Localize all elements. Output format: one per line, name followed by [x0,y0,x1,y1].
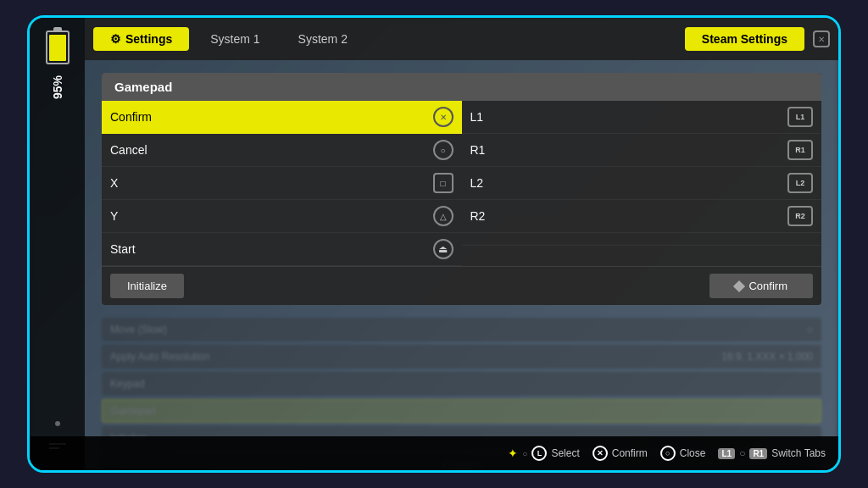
bottom-bar: ✦ ○ L Select ✕ Confirm ○ Close L1 ○ R1 S… [30,436,838,470]
binding-confirm-name: Confirm [110,110,426,124]
tab-steam-settings[interactable]: Steam Settings [685,27,804,51]
switch-tabs-label: Switch Tabs [771,447,826,459]
binding-r2-name: R2 [470,209,782,223]
confirm-status-label: Confirm [612,447,648,459]
circle-button: ○ [660,446,676,461]
y-icon: △ [433,206,453,226]
settings-tab-label: Settings [125,32,172,46]
binding-x-name: X [110,176,426,190]
binding-start-name: Start [110,242,426,256]
binding-start[interactable]: Start ⏏ [102,233,462,266]
confirm-button[interactable]: Confirm [709,274,813,298]
gear-icon: ⚙ [110,32,121,46]
binding-r1[interactable]: R1 R1 [462,134,822,167]
cross-button: ✕ [593,446,608,461]
l-button: L [531,446,547,461]
battery-icon [46,30,70,64]
steam-settings-label: Steam Settings [702,32,787,46]
dpad-select-item: ✦ ○ L Select [508,446,579,461]
confirm-icon: ✕ [433,107,453,127]
dpad-icon: ✦ [508,446,518,460]
signal-dot [55,421,60,426]
left-sidebar: 95% [30,18,85,470]
circle-indicator: ○ [522,449,527,458]
binding-l2-name: L2 [470,176,782,190]
screen: 95% ⚙ Settings System 1 [30,18,838,470]
blurred-label-3: Keypad [110,378,145,390]
select-label: Select [551,447,579,459]
panel-title: Gamepad [114,80,172,94]
blurred-row-3: Keypad [102,372,821,396]
switch-tabs-item: L1 ○ R1 Switch Tabs [718,447,826,459]
cancel-icon: ○ [433,140,453,160]
close-label: Close [680,447,706,459]
r1-bumper: R1 [749,448,767,459]
binding-empty [462,233,822,246]
blurred-label-gamepad: Gamepad [111,405,156,417]
blurred-value-2: 16:9, 1.XXX × 1.000 [721,351,813,363]
l1-icon: L1 [787,107,813,127]
tab-system1[interactable]: System 1 [193,27,276,51]
binding-l1[interactable]: L1 L1 [462,101,822,134]
system2-label: System 2 [298,32,348,46]
gamepad-panel: Gamepad Confirm ✕ Cancel ○ [102,73,821,305]
initialize-button[interactable]: Initialize [110,274,184,298]
blurred-row-2: Apply Auto Resolution 16:9, 1.XXX × 1.00… [102,345,821,369]
binding-cancel-name: Cancel [110,143,426,157]
close-item: ○ Close [660,446,706,461]
panel-body: Confirm ✕ Cancel ○ X □ Y [102,101,821,266]
r2-icon: R2 [787,206,813,226]
battery-fill [49,35,66,61]
bindings-right: L1 L1 R1 R1 L2 L2 R2 R2 [462,101,822,266]
binding-r2[interactable]: R2 R2 [462,200,822,233]
tab-system2[interactable]: System 2 [281,27,364,51]
binding-y-name: Y [110,209,426,223]
start-icon: ⏏ [433,239,453,259]
panel-header: Gamepad [102,73,821,101]
r1-icon: R1 [787,140,813,160]
close-icon[interactable]: ✕ [813,30,830,47]
binding-l2[interactable]: L2 L2 [462,167,822,200]
bumper-separator: ○ [739,447,745,459]
diamond-icon [733,280,745,291]
binding-cancel[interactable]: Cancel ○ [102,134,462,167]
device-frame: 95% ⚙ Settings System 1 [27,15,841,473]
x-icon: □ [433,173,453,193]
main-content: ⚙ Settings System 1 System 2 Steam Setti… [85,18,838,436]
system1-label: System 1 [210,32,259,46]
blurred-value-1: ○ [807,324,813,336]
battery-percent: 95% [51,75,64,99]
binding-y[interactable]: Y △ [102,200,462,233]
blurred-row-gamepad: Gamepad [102,399,821,423]
l1-bumper: L1 [718,448,735,459]
blurred-row-1: Move (Slow) ○ [102,318,821,341]
confirm-item: ✕ Confirm [593,446,648,461]
binding-l1-name: L1 [470,110,782,124]
signal-indicator [55,421,60,426]
top-nav: ⚙ Settings System 1 System 2 Steam Setti… [85,18,838,60]
l2-icon: L2 [787,173,813,193]
confirm-btn-label: Confirm [748,280,787,292]
blurred-label-1: Move (Slow) [110,324,167,336]
action-row: Initialize Confirm [102,266,821,305]
binding-r1-name: R1 [470,143,782,157]
tab-settings[interactable]: ⚙ Settings [93,27,189,51]
bindings-left: Confirm ✕ Cancel ○ X □ Y [102,101,462,266]
binding-confirm[interactable]: Confirm ✕ [102,101,462,134]
blurred-label-2: Apply Auto Resolution [110,351,209,363]
binding-x[interactable]: X □ [102,167,462,200]
